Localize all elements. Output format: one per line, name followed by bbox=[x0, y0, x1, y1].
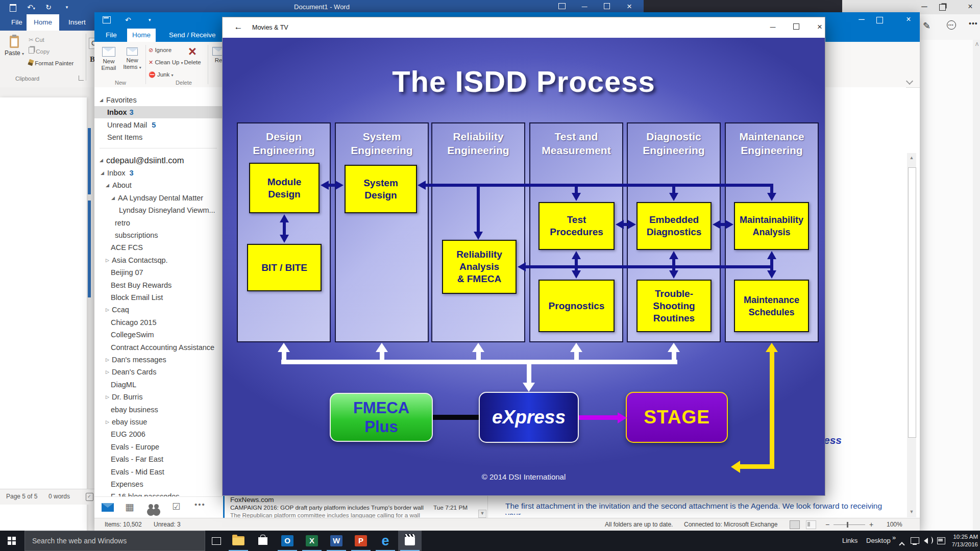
new-items-button[interactable]: NewItems ▾ bbox=[121, 44, 143, 84]
close-icon[interactable]: × bbox=[900, 12, 917, 28]
minimize-icon[interactable]: ─ bbox=[761, 17, 785, 38]
collapse-icon[interactable]: ◢ bbox=[106, 179, 109, 191]
quick-access-customize-icon[interactable]: ▾ bbox=[149, 12, 151, 28]
expand-icon[interactable]: ▷ bbox=[106, 416, 109, 428]
folder-item[interactable]: Evals - Mid East bbox=[94, 466, 222, 478]
task-view-button[interactable] bbox=[206, 531, 227, 551]
expand-icon[interactable]: ▷ bbox=[106, 304, 109, 316]
folder-item[interactable]: CollegeSwim bbox=[94, 329, 222, 341]
taskbar-app-outlook[interactable]: O bbox=[276, 531, 299, 551]
folder-item[interactable]: ◢Favorites bbox=[94, 94, 222, 106]
expand-icon[interactable]: ▷ bbox=[106, 254, 109, 266]
folder-item[interactable]: retro bbox=[94, 217, 222, 229]
scroll-down-icon[interactable]: ▼ bbox=[478, 510, 486, 518]
cut-button[interactable]: ✂ Cut bbox=[29, 35, 44, 45]
folder-item[interactable]: Evals - Europe bbox=[94, 441, 222, 453]
scroll-up-icon[interactable]: ▲ bbox=[909, 155, 915, 160]
paste-button[interactable]: Paste ▾ bbox=[4, 34, 24, 78]
folder-item[interactable]: Contract Accounting Assistance bbox=[94, 341, 222, 354]
layout-view-button[interactable] bbox=[806, 520, 816, 529]
expand-icon[interactable]: ▷ bbox=[106, 354, 109, 366]
folder-item[interactable]: ▷Dr. Burris bbox=[94, 391, 222, 403]
folder-item[interactable]: Chicago 2015 bbox=[94, 316, 222, 329]
ignore-button[interactable]: ⊘ Ignore bbox=[149, 45, 172, 56]
calendar-icon[interactable]: ▦ bbox=[125, 501, 134, 513]
folder-item[interactable]: Lyndsay Disneyland Viewm... bbox=[94, 204, 222, 216]
outlook-tab-home[interactable]: Home bbox=[127, 29, 156, 42]
zoom-slider[interactable] bbox=[834, 524, 865, 525]
folder-item[interactable]: Unread Mail5 bbox=[94, 119, 222, 131]
message-sender[interactable]: FoxNews.com bbox=[230, 496, 274, 504]
folder-item[interactable]: DiagML bbox=[94, 379, 222, 391]
toolbar-desktop[interactable]: Desktop bbox=[866, 531, 891, 551]
folder-item[interactable]: F-16 blog passcodes bbox=[94, 490, 222, 496]
back-icon[interactable]: ← bbox=[231, 17, 246, 38]
proofing-icon[interactable]: ✓ bbox=[86, 493, 93, 501]
more-options-icon[interactable]: ••• bbox=[969, 19, 978, 28]
expand-icon[interactable]: ▷ bbox=[106, 366, 109, 378]
zoom-out-icon[interactable]: − bbox=[825, 518, 829, 531]
network-icon[interactable] bbox=[911, 537, 919, 544]
taskbar-app-excel[interactable]: X bbox=[300, 531, 324, 551]
folder-item[interactable]: ▷Asia Contactsqp. bbox=[94, 254, 222, 266]
folder-item[interactable]: Inbox3 bbox=[94, 106, 222, 118]
scroll-up-icon[interactable]: ᐱ bbox=[974, 42, 980, 47]
folder-item[interactable]: ◢About bbox=[94, 179, 222, 191]
zoom-in-icon[interactable]: + bbox=[869, 518, 873, 531]
mail-icon[interactable] bbox=[102, 503, 114, 512]
more-apps-icon[interactable]: ••• bbox=[194, 500, 206, 509]
quick-launch-icon[interactable] bbox=[103, 16, 111, 23]
folder-item[interactable]: ◢AA Lyndsay Dental Matter bbox=[94, 192, 222, 204]
folder-item[interactable]: ACE FCS bbox=[94, 241, 222, 254]
word-tab-file[interactable]: File bbox=[4, 14, 30, 31]
clean-up-button[interactable]: ✕ Clean Up ▾ bbox=[149, 57, 183, 68]
people-icon[interactable] bbox=[149, 504, 153, 509]
folder-item[interactable]: Expenses bbox=[94, 478, 222, 490]
folder-item[interactable]: ◢Inbox3 bbox=[94, 167, 222, 179]
taskbar-app-store[interactable] bbox=[251, 531, 275, 551]
taskbar-app-edge[interactable]: e bbox=[374, 531, 397, 551]
word-tab-home[interactable]: Home bbox=[27, 14, 59, 31]
restore-icon[interactable] bbox=[939, 4, 946, 11]
folder-item[interactable]: ebay business bbox=[94, 404, 222, 416]
close-icon[interactable]: × bbox=[808, 17, 831, 38]
folder-item[interactable]: Beijing 07 bbox=[94, 266, 222, 279]
minimize-icon[interactable]: ─ bbox=[917, 0, 932, 13]
collapse-ribbon-icon[interactable] bbox=[907, 77, 912, 86]
web-note-icon[interactable]: ✎ bbox=[923, 20, 930, 32]
page-indicator[interactable]: Page 5 of 5 bbox=[6, 489, 37, 504]
scrollbar-thumb[interactable] bbox=[908, 167, 916, 438]
show-hidden-icons-icon[interactable] bbox=[900, 540, 904, 549]
junk-button[interactable]: ⛔ Junk ▾ bbox=[149, 69, 173, 80]
folder-item[interactable]: ▷Dean's Cards bbox=[94, 366, 222, 378]
start-button[interactable] bbox=[0, 531, 23, 551]
collapse-icon[interactable]: ◢ bbox=[100, 94, 103, 106]
tasks-icon[interactable]: ☑ bbox=[172, 501, 180, 512]
collapse-icon[interactable]: ◢ bbox=[111, 192, 115, 204]
folder-item[interactable]: Best Buy Rewards bbox=[94, 279, 222, 291]
toolbar-links[interactable]: Links bbox=[842, 531, 857, 551]
edge-scrollbar[interactable] bbox=[973, 40, 980, 531]
collapse-icon[interactable]: ◢ bbox=[100, 154, 103, 166]
collapse-icon[interactable]: ◢ bbox=[101, 167, 104, 179]
folder-item[interactable]: EUG 2006 bbox=[94, 428, 222, 440]
minimize-icon[interactable]: ─ bbox=[853, 12, 870, 28]
action-center-icon[interactable] bbox=[937, 537, 945, 544]
folder-item[interactable]: ◢cdepaul@dsiintl.com bbox=[94, 154, 222, 166]
expand-icon[interactable]: ▷ bbox=[106, 391, 109, 403]
taskbar-app-file-explorer[interactable] bbox=[227, 531, 250, 551]
word-tab-insert[interactable]: Insert bbox=[61, 14, 93, 31]
format-painter-button[interactable]: Format Painter bbox=[29, 58, 74, 69]
undo-icon[interactable]: ↶ bbox=[125, 12, 131, 28]
close-icon[interactable]: × bbox=[963, 0, 978, 13]
folder-item[interactable]: Sent Items bbox=[94, 131, 222, 143]
maximize-icon[interactable] bbox=[785, 17, 808, 38]
outlook-tab-file[interactable]: File bbox=[101, 29, 122, 42]
outlook-tab-send-receive[interactable]: Send / Receive bbox=[164, 29, 221, 42]
folder-item[interactable]: subscriptions bbox=[94, 229, 222, 241]
reading-pane-scrollbar[interactable]: ▲ ▼ bbox=[907, 153, 916, 517]
scroll-down-icon[interactable]: ▼ bbox=[909, 509, 915, 514]
folder-item[interactable]: Block Email List bbox=[94, 291, 222, 304]
share-icon[interactable]: ••• bbox=[947, 20, 956, 30]
copy-button[interactable]: Copy bbox=[29, 46, 50, 57]
